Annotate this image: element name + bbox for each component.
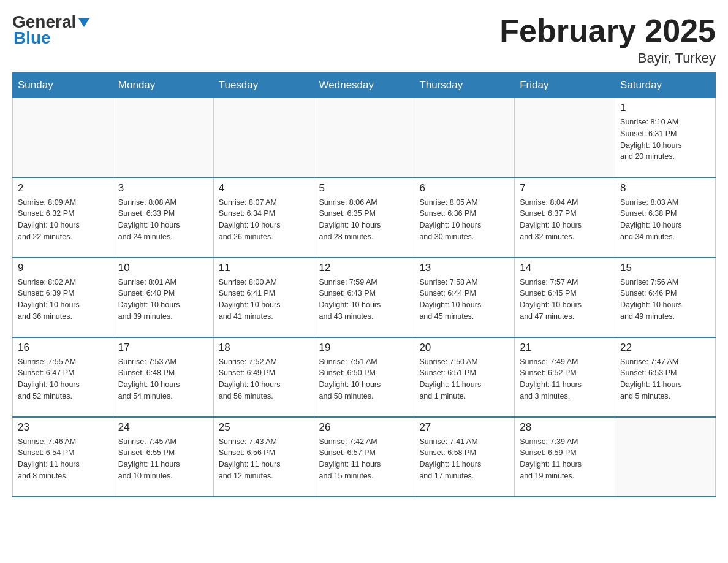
calendar-cell xyxy=(615,417,716,497)
day-info: Sunrise: 7:58 AM Sunset: 6:44 PM Dayligh… xyxy=(419,277,509,323)
calendar-table: SundayMondayTuesdayWednesdayThursdayFrid… xyxy=(12,72,716,497)
day-number: 4 xyxy=(219,182,309,194)
calendar-cell: 3Sunrise: 8:08 AM Sunset: 6:33 PM Daylig… xyxy=(113,178,213,258)
day-number: 2 xyxy=(18,182,108,194)
day-number: 9 xyxy=(18,262,108,274)
day-number: 16 xyxy=(18,342,108,354)
calendar-cell: 22Sunrise: 7:47 AM Sunset: 6:53 PM Dayli… xyxy=(615,337,716,417)
day-info: Sunrise: 7:57 AM Sunset: 6:45 PM Dayligh… xyxy=(520,277,610,323)
calendar-cell: 5Sunrise: 8:06 AM Sunset: 6:35 PM Daylig… xyxy=(314,178,414,258)
calendar-title: February 2025 xyxy=(499,12,716,49)
calendar-cell: 25Sunrise: 7:43 AM Sunset: 6:56 PM Dayli… xyxy=(213,417,314,497)
calendar-week-row: 1Sunrise: 8:10 AM Sunset: 6:31 PM Daylig… xyxy=(13,98,716,178)
day-info: Sunrise: 7:47 AM Sunset: 6:53 PM Dayligh… xyxy=(620,356,710,402)
calendar-cell: 13Sunrise: 7:58 AM Sunset: 6:44 PM Dayli… xyxy=(414,258,515,337)
day-number: 17 xyxy=(118,342,208,354)
day-number: 1 xyxy=(620,102,710,114)
day-info: Sunrise: 8:09 AM Sunset: 6:32 PM Dayligh… xyxy=(18,197,108,243)
day-info: Sunrise: 8:05 AM Sunset: 6:36 PM Dayligh… xyxy=(419,197,509,243)
weekday-header-thursday: Thursday xyxy=(414,73,515,98)
calendar-cell: 8Sunrise: 8:03 AM Sunset: 6:38 PM Daylig… xyxy=(615,178,716,258)
title-block: February 2025 Bayir, Turkey xyxy=(499,12,716,66)
calendar-cell xyxy=(13,98,113,178)
calendar-week-row: 16Sunrise: 7:55 AM Sunset: 6:47 PM Dayli… xyxy=(13,337,716,417)
calendar-cell: 1Sunrise: 8:10 AM Sunset: 6:31 PM Daylig… xyxy=(615,98,716,178)
calendar-week-row: 2Sunrise: 8:09 AM Sunset: 6:32 PM Daylig… xyxy=(13,178,716,258)
day-number: 7 xyxy=(520,182,610,194)
day-number: 23 xyxy=(18,421,108,434)
day-number: 22 xyxy=(620,342,710,354)
calendar-cell xyxy=(515,98,615,178)
calendar-body: 1Sunrise: 8:10 AM Sunset: 6:31 PM Daylig… xyxy=(13,98,716,497)
calendar-cell: 15Sunrise: 7:56 AM Sunset: 6:46 PM Dayli… xyxy=(615,258,716,337)
day-number: 21 xyxy=(520,342,610,354)
weekday-header-row: SundayMondayTuesdayWednesdayThursdayFrid… xyxy=(13,73,716,98)
day-number: 11 xyxy=(219,262,309,274)
weekday-header-friday: Friday xyxy=(515,73,615,98)
logo: General Blue xyxy=(12,12,91,48)
day-info: Sunrise: 7:41 AM Sunset: 6:58 PM Dayligh… xyxy=(419,436,509,482)
day-number: 12 xyxy=(319,262,409,274)
day-info: Sunrise: 8:01 AM Sunset: 6:40 PM Dayligh… xyxy=(118,277,208,323)
calendar-cell: 4Sunrise: 8:07 AM Sunset: 6:34 PM Daylig… xyxy=(213,178,314,258)
day-number: 3 xyxy=(118,182,208,194)
calendar-cell: 24Sunrise: 7:45 AM Sunset: 6:55 PM Dayli… xyxy=(113,417,213,497)
logo-blue: Blue xyxy=(13,28,51,48)
page-header: General Blue February 2025 Bayir, Turkey xyxy=(12,12,716,66)
day-number: 19 xyxy=(319,342,409,354)
day-number: 6 xyxy=(419,182,509,194)
day-info: Sunrise: 8:03 AM Sunset: 6:38 PM Dayligh… xyxy=(620,197,710,243)
day-info: Sunrise: 8:06 AM Sunset: 6:35 PM Dayligh… xyxy=(319,197,409,243)
calendar-cell: 26Sunrise: 7:42 AM Sunset: 6:57 PM Dayli… xyxy=(314,417,414,497)
day-number: 20 xyxy=(419,342,509,354)
day-info: Sunrise: 7:49 AM Sunset: 6:52 PM Dayligh… xyxy=(520,356,610,402)
day-number: 5 xyxy=(319,182,409,194)
day-info: Sunrise: 8:10 AM Sunset: 6:31 PM Dayligh… xyxy=(620,117,710,163)
day-info: Sunrise: 7:52 AM Sunset: 6:49 PM Dayligh… xyxy=(219,356,309,402)
calendar-week-row: 23Sunrise: 7:46 AM Sunset: 6:54 PM Dayli… xyxy=(13,417,716,497)
calendar-cell xyxy=(314,98,414,178)
day-info: Sunrise: 7:51 AM Sunset: 6:50 PM Dayligh… xyxy=(319,356,409,402)
logo-triangle-icon xyxy=(77,16,91,29)
day-info: Sunrise: 8:02 AM Sunset: 6:39 PM Dayligh… xyxy=(18,277,108,323)
day-number: 25 xyxy=(219,421,309,434)
day-number: 28 xyxy=(520,421,610,434)
calendar-cell: 16Sunrise: 7:55 AM Sunset: 6:47 PM Dayli… xyxy=(13,337,113,417)
calendar-cell: 21Sunrise: 7:49 AM Sunset: 6:52 PM Dayli… xyxy=(515,337,615,417)
calendar-subtitle: Bayir, Turkey xyxy=(499,50,716,66)
svg-marker-0 xyxy=(78,18,89,27)
calendar-cell: 23Sunrise: 7:46 AM Sunset: 6:54 PM Dayli… xyxy=(13,417,113,497)
calendar-header: SundayMondayTuesdayWednesdayThursdayFrid… xyxy=(13,73,716,98)
calendar-cell: 19Sunrise: 7:51 AM Sunset: 6:50 PM Dayli… xyxy=(314,337,414,417)
weekday-header-tuesday: Tuesday xyxy=(213,73,314,98)
day-info: Sunrise: 8:07 AM Sunset: 6:34 PM Dayligh… xyxy=(219,197,309,243)
day-number: 24 xyxy=(118,421,208,434)
calendar-cell: 11Sunrise: 8:00 AM Sunset: 6:41 PM Dayli… xyxy=(213,258,314,337)
day-info: Sunrise: 7:55 AM Sunset: 6:47 PM Dayligh… xyxy=(18,356,108,402)
weekday-header-wednesday: Wednesday xyxy=(314,73,414,98)
day-number: 15 xyxy=(620,262,710,274)
day-info: Sunrise: 8:08 AM Sunset: 6:33 PM Dayligh… xyxy=(118,197,208,243)
calendar-cell: 14Sunrise: 7:57 AM Sunset: 6:45 PM Dayli… xyxy=(515,258,615,337)
day-info: Sunrise: 7:50 AM Sunset: 6:51 PM Dayligh… xyxy=(419,356,509,402)
calendar-cell: 27Sunrise: 7:41 AM Sunset: 6:58 PM Dayli… xyxy=(414,417,515,497)
day-number: 8 xyxy=(620,182,710,194)
calendar-cell: 18Sunrise: 7:52 AM Sunset: 6:49 PM Dayli… xyxy=(213,337,314,417)
calendar-cell: 10Sunrise: 8:01 AM Sunset: 6:40 PM Dayli… xyxy=(113,258,213,337)
day-number: 26 xyxy=(319,421,409,434)
calendar-week-row: 9Sunrise: 8:02 AM Sunset: 6:39 PM Daylig… xyxy=(13,258,716,337)
calendar-cell: 6Sunrise: 8:05 AM Sunset: 6:36 PM Daylig… xyxy=(414,178,515,258)
weekday-header-saturday: Saturday xyxy=(615,73,716,98)
day-info: Sunrise: 7:45 AM Sunset: 6:55 PM Dayligh… xyxy=(118,436,208,482)
day-info: Sunrise: 7:39 AM Sunset: 6:59 PM Dayligh… xyxy=(520,436,610,482)
calendar-cell: 12Sunrise: 7:59 AM Sunset: 6:43 PM Dayli… xyxy=(314,258,414,337)
day-info: Sunrise: 7:43 AM Sunset: 6:56 PM Dayligh… xyxy=(219,436,309,482)
calendar-cell xyxy=(213,98,314,178)
day-number: 18 xyxy=(219,342,309,354)
calendar-cell: 20Sunrise: 7:50 AM Sunset: 6:51 PM Dayli… xyxy=(414,337,515,417)
weekday-header-sunday: Sunday xyxy=(13,73,113,98)
calendar-cell: 9Sunrise: 8:02 AM Sunset: 6:39 PM Daylig… xyxy=(13,258,113,337)
weekday-header-monday: Monday xyxy=(113,73,213,98)
day-info: Sunrise: 7:46 AM Sunset: 6:54 PM Dayligh… xyxy=(18,436,108,482)
day-info: Sunrise: 7:53 AM Sunset: 6:48 PM Dayligh… xyxy=(118,356,208,402)
